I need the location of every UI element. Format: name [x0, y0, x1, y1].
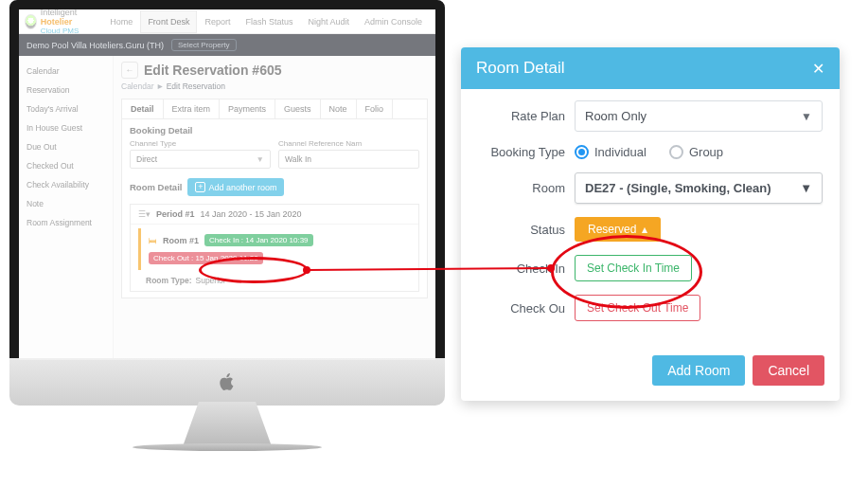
annotation-ellipse-right: [551, 235, 702, 309]
annotation-connector: [0, 0, 868, 487]
svg-line-0: [307, 268, 551, 270]
annotation-ellipse-left: [199, 257, 309, 283]
